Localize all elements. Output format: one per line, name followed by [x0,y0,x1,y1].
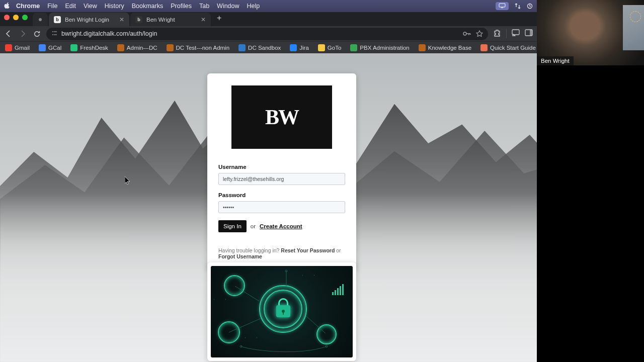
tab-active[interactable]: b Ben Wright Login ✕ [49,13,129,26]
tab-favicon-icon: b [135,16,142,23]
svg-rect-12 [54,31,57,32]
menu-file[interactable]: File [47,3,57,10]
sync-icon[interactable] [527,3,533,9]
menu-help[interactable]: Help [247,3,260,10]
svg-rect-15 [512,30,519,35]
svg-rect-13 [54,34,57,35]
page-viewport: BW Username Password Sign In or Create A… [0,53,564,362]
sidepanel-icon[interactable] [525,29,533,36]
login-card: BW Username Password Sign In or Create A… [207,73,356,269]
reload-button[interactable] [32,29,41,38]
window-controls [4,15,28,20]
bookmark-gcal[interactable]: GCal [37,43,63,52]
transfer-icon[interactable] [515,3,521,9]
tab-close-icon[interactable]: ✕ [201,16,206,23]
participant-avatar-icon [630,11,641,22]
address-bar[interactable]: bwright.digitalchalk.com/auth/login [46,28,488,40]
menu-profiles[interactable]: Profiles [171,3,192,10]
site-info-icon[interactable] [51,30,57,38]
participant-name-label: Ben Wright [537,56,574,65]
new-tab-button[interactable]: + [212,14,226,25]
apple-menu-icon[interactable] [4,2,11,10]
tab-close-icon[interactable]: ✕ [119,16,124,23]
menu-bookmarks[interactable]: Bookmarks [132,3,164,10]
cast-icon[interactable] [512,29,520,36]
password-label: Password [218,192,345,198]
url-text: bwright.digitalchalk.com/auth/login [61,30,157,37]
svg-rect-17 [530,30,532,36]
promo-illustration [211,266,353,357]
chrome-right-buttons [493,29,533,38]
tab-spacer[interactable] [33,13,48,26]
svg-point-10 [52,31,53,32]
svg-rect-0 [499,4,505,7]
bookmark-jira[interactable]: Jira [288,43,311,52]
menu-history[interactable]: History [105,3,124,10]
password-key-icon[interactable] [463,31,471,37]
svg-point-14 [463,32,466,35]
menu-edit[interactable]: Edit [65,3,76,10]
menu-tab[interactable]: Tab [199,3,209,10]
reset-password-link[interactable]: Reset Your Password [281,247,335,253]
bookmark-dctest[interactable]: DC Test---non Admin [165,43,232,52]
close-window-button[interactable] [4,15,10,20]
trouble-text: Having trouble logging in? Reset Your Pa… [218,247,345,259]
bookmark-gmail[interactable]: Gmail [3,43,32,52]
sign-in-button[interactable]: Sign In [218,220,247,232]
bookmark-kb[interactable]: Knowledge Base [417,43,473,52]
back-button[interactable] [4,29,13,38]
bookmark-admin-dc[interactable]: Admin---DC [115,43,159,52]
svg-rect-1 [501,8,503,8]
bookmark-dcsandbox[interactable]: DC Sandbox [236,43,283,52]
mac-menu-items: Chrome File Edit View History Bookmarks … [16,3,260,10]
bookmark-star-icon[interactable] [476,30,483,37]
fullscreen-window-button[interactable] [22,15,28,20]
or-text: or [251,223,256,229]
zoom-participant-video[interactable]: Ben Wright [537,0,644,65]
promo-card [207,262,356,361]
bookmarks-bar: Gmail GCal FreshDesk Admin---DC DC Test-… [0,41,537,53]
chrome-tabstrip: b Ben Wright Login ✕ b Ben Wright ✕ + [0,12,537,26]
menu-view[interactable]: View [84,3,97,10]
bookmark-goto[interactable]: GoTo [316,43,344,52]
bookmark-freshdesk[interactable]: FreshDesk [68,43,110,52]
username-input[interactable] [218,173,345,185]
bookmark-quickstart[interactable]: Quick Start Guide [478,43,538,52]
forgot-username-link[interactable]: Forgot Username [218,253,262,259]
password-input[interactable] [218,201,345,213]
screen-share-indicator-icon[interactable] [496,2,509,10]
tab-title: Ben Wright [146,17,175,23]
chrome-toolbar: bwright.digitalchalk.com/auth/login [0,26,537,41]
menu-window[interactable]: Window [217,3,239,10]
brand-logo-text: BW [265,105,298,129]
svg-point-11 [52,34,53,35]
forward-button[interactable] [18,29,27,38]
tab-title: Ben Wright Login [65,17,109,23]
tab-placeholder-icon [39,18,42,21]
create-account-link[interactable]: Create Account [260,223,302,229]
minimize-window-button[interactable] [13,15,19,20]
username-label: Username [218,164,345,170]
extensions-icon[interactable] [493,29,501,37]
bookmark-pbx[interactable]: PBX Administration [348,43,411,52]
cursor-icon [125,176,131,186]
tab-inactive[interactable]: b Ben Wright ✕ [130,13,211,26]
menu-app-name[interactable]: Chrome [16,3,40,10]
tab-favicon-icon: b [54,16,61,23]
brand-logo: BW [231,85,332,149]
